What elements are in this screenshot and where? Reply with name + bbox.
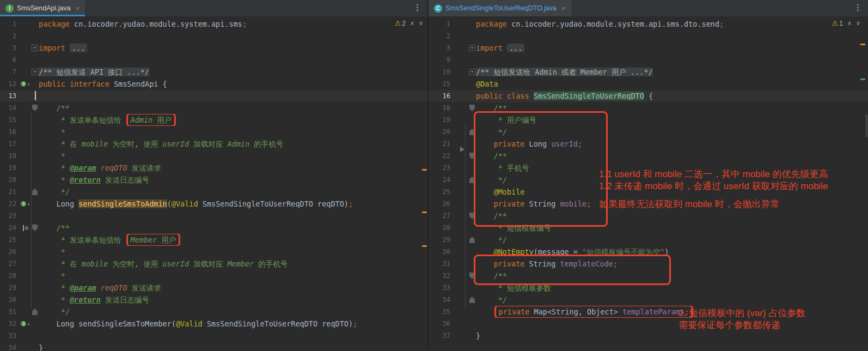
fold-marker[interactable]	[468, 126, 476, 138]
fold-marker[interactable]	[31, 186, 39, 198]
code-text: /** 短信发送 API 接口 ...*/	[39, 66, 427, 78]
code-line[interactable]: 3+import ...	[0, 42, 427, 54]
code-editor-left[interactable]: 1package cn.iocoder.yudao.module.system.…	[0, 16, 427, 351]
code-line[interactable]: 24≡ /**	[0, 222, 427, 234]
fold-marker[interactable]	[31, 102, 39, 114]
editor-options-menu-icon[interactable]: ⋮	[854, 3, 862, 13]
code-line[interactable]: 34}	[0, 342, 427, 351]
error-stripe-mark[interactable]	[422, 211, 427, 213]
error-stripe-mark[interactable]	[860, 78, 865, 80]
code-line[interactable]: 3+import ...	[429, 42, 868, 54]
line-number: 14	[0, 102, 20, 114]
fold-slot	[468, 54, 476, 66]
implemented-method-icon[interactable]: I↓	[20, 318, 31, 330]
error-stripe-mark[interactable]	[860, 44, 865, 45]
code-token: String	[529, 259, 560, 268]
code-line[interactable]: 26 *	[0, 246, 427, 258]
fold-marker[interactable]	[468, 210, 476, 222]
code-line[interactable]: 23	[0, 210, 427, 222]
code-line[interactable]: 33	[0, 330, 427, 342]
next-problem-icon[interactable]: ∨	[856, 20, 860, 27]
scrollbar-thumb[interactable]	[866, 114, 867, 137]
close-tab-icon[interactable]: ×	[76, 4, 80, 13]
code-line[interactable]: 32 /**	[429, 270, 868, 282]
code-line[interactable]: 16public class SmsSendSingleToUserReqDTO…	[429, 90, 868, 102]
code-line[interactable]: 21 */	[0, 186, 427, 198]
code-token: * 在	[39, 259, 82, 268]
code-line[interactable]: 16 *	[0, 126, 427, 138]
editor-options-menu-icon[interactable]: ⋮	[413, 3, 421, 13]
code-line[interactable]: 28 *	[0, 270, 427, 282]
code-line[interactable]: 17 * 在 mobile 为空时, 使用 userId 加载对应 Admin …	[0, 138, 427, 150]
fold-marker[interactable]: +	[468, 66, 476, 78]
code-line[interactable]: 30 @NotEmpty(message = "短信模板编号不能为空")	[429, 246, 868, 258]
next-problem-icon[interactable]: ∨	[419, 20, 423, 27]
close-tab-icon[interactable]: ×	[561, 4, 566, 13]
code-line[interactable]: 13	[0, 90, 427, 102]
fold-marker[interactable]	[468, 294, 476, 306]
fold-marker[interactable]	[31, 222, 39, 234]
prev-problem-icon[interactable]: ∧	[410, 20, 414, 27]
code-line[interactable]: 22I↓ Long sendSingleSmsToAdmin(@Valid Sm…	[0, 198, 427, 210]
code-line[interactable]: 7+/** 短信发送 API 接口 ...*/	[0, 66, 427, 78]
tab-smssendapi[interactable]: I SmsSendApi.java ×	[0, 0, 85, 16]
fold-marker[interactable]	[468, 102, 476, 114]
code-line[interactable]: 1package cn.iocoder.yudao.module.system.…	[0, 18, 427, 30]
fold-marker[interactable]	[468, 150, 476, 162]
code-line[interactable]: 1package cn.iocoder.yudao.module.system.…	[429, 18, 868, 30]
fold-marker[interactable]	[468, 270, 476, 282]
related-items-icon[interactable]: ≡	[20, 222, 31, 234]
fold-marker[interactable]: +	[31, 66, 39, 78]
code-line[interactable]: 18 /**	[429, 102, 868, 114]
inspection-widget-right[interactable]: ⚠ 1 ∧ ∨	[832, 19, 860, 27]
gutter-icon-slot	[20, 114, 31, 126]
fold-marker[interactable]: +	[468, 42, 476, 54]
code-line[interactable]: 33 * 短信模板参数	[429, 282, 868, 294]
code-line[interactable]: 20 */	[429, 126, 868, 138]
code-line[interactable]: 18 *	[0, 150, 427, 162]
fold-marker[interactable]	[468, 174, 476, 186]
prev-problem-icon[interactable]: ∧	[847, 20, 852, 27]
code-line[interactable]: 31 private String templateCode;	[429, 258, 868, 270]
gutter-arrow-icon[interactable]	[460, 147, 464, 152]
fold-marker[interactable]: +	[31, 42, 39, 54]
line-number: 30	[0, 294, 20, 306]
code-line[interactable]: 19 * 用户编号	[429, 114, 868, 126]
code-line[interactable]: 30 * @return 发送日志编号	[0, 294, 427, 306]
code-line[interactable]: 9	[429, 54, 868, 66]
error-stripe-mark[interactable]	[422, 169, 427, 171]
interface-icon[interactable]: I↓	[20, 78, 31, 90]
code-line[interactable]: 28 * 短信模板编号	[429, 222, 868, 234]
code-line[interactable]: 27 * 在 mobile 为空时, 使用 userId 加载对应 Member…	[0, 258, 427, 270]
code-line[interactable]: 19 * @param reqDTO 发送请求	[0, 162, 427, 174]
code-line[interactable]: 2	[0, 30, 427, 42]
green-circle-icon: I	[21, 81, 26, 87]
code-line[interactable]: 15@Data	[429, 78, 868, 90]
fold-marker[interactable]	[468, 234, 476, 246]
code-line[interactable]: 2	[429, 30, 868, 42]
implemented-method-icon[interactable]: I↓	[20, 198, 31, 210]
code-token: {	[644, 92, 653, 100]
code-line[interactable]: 12I↓public interface SmsSendApi {	[0, 78, 427, 90]
error-stripe-mark[interactable]	[422, 245, 427, 247]
code-token: * 短信模板编号	[476, 223, 551, 232]
code-line[interactable]: 37}	[429, 330, 868, 342]
code-token: ;	[349, 199, 353, 208]
fold-marker[interactable]	[31, 306, 39, 318]
code-line[interactable]: 10+/** 短信发送给 Admin 或者 Member 用户 ...*/	[429, 66, 868, 78]
code-line[interactable]: 31 */	[0, 306, 427, 318]
code-line[interactable]: 22 /**	[429, 150, 868, 162]
code-line[interactable]: 34 */	[429, 294, 868, 306]
code-line[interactable]: 20 * @return 发送日志编号	[0, 174, 427, 186]
code-line[interactable]: 15 * 发送单条短信给 Admin 用户	[0, 114, 427, 126]
code-line[interactable]: 14 /**	[0, 102, 427, 114]
code-line[interactable]: 6	[0, 54, 427, 66]
code-line[interactable]: 32I↓ Long sendSingleSmsToMember(@Valid S…	[0, 318, 427, 330]
inspection-widget-left[interactable]: ⚠ 2 ∧ ∨	[395, 19, 423, 27]
code-line[interactable]: 21 private Long userId;	[429, 138, 868, 150]
code-line[interactable]: 25 * 发送单条短信给 Member 用户	[0, 234, 427, 246]
code-line[interactable]: 27 /**	[429, 210, 868, 222]
code-line[interactable]: 29 * @param reqDTO 发送请求	[0, 282, 427, 294]
code-line[interactable]: 29 */	[429, 234, 868, 246]
tab-smssendsingletouserreqdto[interactable]: C SmsSendSingleToUserReqDTO.java ×	[429, 0, 571, 16]
